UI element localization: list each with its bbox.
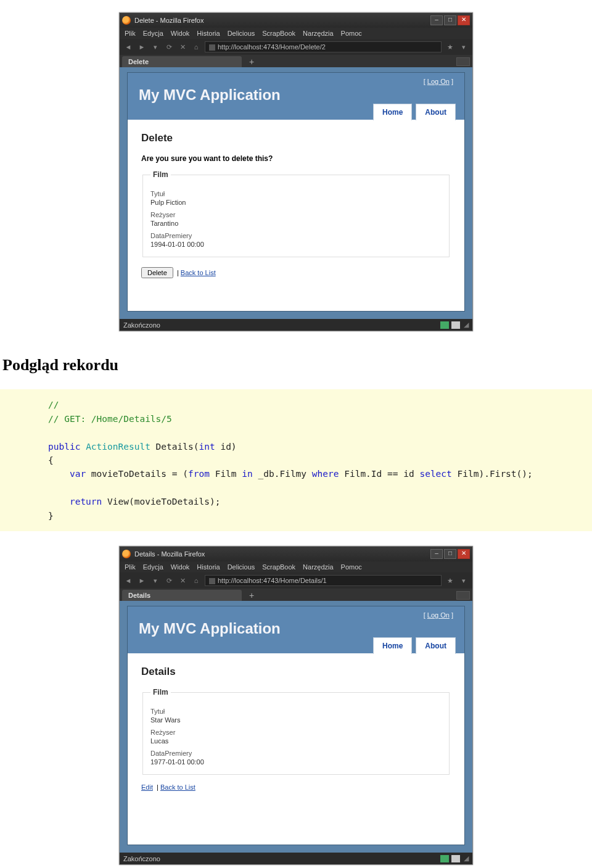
new-tab-button[interactable]: +	[245, 590, 258, 600]
menu-item[interactable]: ScrapBook	[262, 563, 295, 571]
logon-link[interactable]: Log On	[427, 611, 450, 619]
record-links: Edit | Back to List	[141, 783, 451, 791]
browser-tab[interactable]: Details	[122, 590, 242, 601]
nav-home[interactable]: Home	[373, 104, 412, 120]
page-icon	[209, 44, 215, 51]
menu-item[interactable]: Plik	[125, 30, 136, 37]
menu-item[interactable]: Edycja	[143, 30, 163, 37]
menubar: Plik Edycja Widok Historia Delicious Scr…	[120, 561, 472, 572]
toolbar-menu-icon[interactable]: ▾	[459, 576, 469, 585]
status-icon	[440, 321, 449, 329]
minimize-button[interactable]: –	[430, 15, 443, 25]
mvc-page: [ Log On ] My MVC Application Home About…	[127, 72, 465, 312]
new-tab-button[interactable]: +	[245, 57, 258, 67]
logon-area: [ Log On ]	[424, 611, 453, 619]
page-icon	[209, 578, 215, 584]
bookmark-icon[interactable]: ★	[445, 42, 455, 52]
nav-home[interactable]: Home	[373, 637, 412, 654]
field-label: Reżyser	[150, 729, 442, 736]
maximize-button[interactable]: □	[444, 549, 456, 559]
menu-item[interactable]: Historia	[197, 563, 220, 571]
mvc-body: Delete Are you sure you want to delete t…	[128, 120, 464, 311]
stop-icon[interactable]: ✕	[178, 576, 187, 585]
window-titlebar: Details - Mozilla Firefox – □ ✕	[120, 547, 472, 561]
menu-item[interactable]: Widok	[171, 30, 190, 37]
mvc-page: [ Log On ] My MVC Application Home About…	[127, 606, 465, 845]
window-title: Details - Mozilla Firefox	[134, 550, 430, 558]
window-titlebar: Delete - Mozilla Firefox – □ ✕	[120, 13, 472, 28]
bookmark-icon[interactable]: ★	[445, 576, 455, 585]
field-label: Tytuł	[150, 190, 442, 197]
address-bar[interactable]: http://localhost:4743/Home/Details/1	[205, 575, 442, 586]
menu-item[interactable]: Pomoc	[341, 563, 362, 571]
firefox-icon	[122, 550, 131, 558]
reload-icon[interactable]: ⟳	[164, 576, 174, 585]
mail-icon	[451, 321, 460, 329]
menu-item[interactable]: Delicious	[228, 563, 255, 571]
film-fieldset: Film Tytuł Pulp Fiction Reżyser Tarantin…	[142, 170, 450, 257]
tab-strip: Details +	[120, 589, 472, 601]
field-value: Star Wars	[150, 716, 442, 724]
film-fieldset: Film Tytuł Star Wars Reżyser Lucas DataP…	[142, 688, 450, 775]
firefox-icon	[122, 16, 131, 25]
tab-overflow-icon[interactable]	[456, 591, 470, 600]
menu-item[interactable]: ScrapBook	[262, 30, 295, 37]
stop-icon[interactable]: ✕	[178, 42, 187, 52]
browser-window-delete: Delete - Mozilla Firefox – □ ✕ Plik Edyc…	[119, 12, 473, 331]
address-bar[interactable]: http://localhost:4743/Home/Delete/2	[205, 41, 442, 52]
forward-icon[interactable]: ►	[137, 576, 147, 585]
edit-link[interactable]: Edit	[141, 783, 153, 791]
nav-about[interactable]: About	[416, 104, 456, 120]
field-label: DataPremiery	[150, 750, 442, 757]
toolbar-menu-icon[interactable]: ▾	[459, 42, 469, 52]
menu-item[interactable]: Pomoc	[341, 30, 362, 37]
dropdown-icon[interactable]: ▾	[150, 576, 160, 585]
nav-about[interactable]: About	[416, 637, 456, 654]
maximize-button[interactable]: □	[444, 15, 456, 25]
menu-item[interactable]: Widok	[171, 563, 190, 571]
back-icon[interactable]: ◄	[123, 576, 133, 585]
nav-toolbar: ◄ ► ▾ ⟳ ✕ ⌂ http://localhost:4743/Home/D…	[120, 39, 472, 55]
page-heading: Details	[141, 666, 451, 678]
status-bar: Zakończono ◢	[120, 853, 472, 864]
mvc-header: [ Log On ] My MVC Application Home About	[128, 73, 464, 120]
reload-icon[interactable]: ⟳	[164, 42, 174, 52]
page-heading: Delete	[141, 132, 451, 144]
home-icon[interactable]: ⌂	[191, 42, 201, 52]
back-to-list-link[interactable]: Back to List	[160, 783, 195, 791]
resize-grip-icon[interactable]: ◢	[464, 854, 469, 862]
close-button[interactable]: ✕	[458, 549, 470, 559]
status-bar: Zakończono ◢	[120, 319, 472, 331]
minimize-button[interactable]: –	[430, 549, 443, 559]
menu-item[interactable]: Historia	[197, 30, 220, 37]
close-button[interactable]: ✕	[458, 15, 470, 25]
field-value: Tarantino	[150, 220, 442, 227]
field-value: Lucas	[150, 737, 442, 745]
status-icon	[440, 855, 449, 862]
menu-item[interactable]: Delicious	[228, 30, 255, 37]
home-icon[interactable]: ⌂	[191, 576, 201, 585]
status-text: Zakończono	[123, 321, 160, 329]
confirm-text: Are you sure you want to delete this?	[141, 154, 451, 163]
status-text: Zakończono	[123, 855, 160, 862]
back-icon[interactable]: ◄	[123, 42, 133, 52]
delete-button[interactable]: Delete	[141, 267, 173, 278]
field-value: 1994-01-01 00:00	[150, 241, 442, 248]
menu-item[interactable]: Plik	[125, 563, 136, 571]
menu-item[interactable]: Edycja	[143, 563, 163, 571]
logon-link[interactable]: Log On	[427, 78, 450, 85]
field-value: Pulp Fiction	[150, 199, 442, 206]
fieldset-legend: Film	[150, 170, 171, 179]
window-title: Delete - Mozilla Firefox	[134, 17, 430, 24]
mvc-body: Details Film Tytuł Star Wars Reżyser Luc…	[128, 653, 464, 845]
forward-icon[interactable]: ►	[137, 42, 147, 52]
dropdown-icon[interactable]: ▾	[150, 42, 160, 52]
app-title: My MVC Application	[139, 620, 453, 637]
back-to-list-link[interactable]: Back to List	[181, 269, 216, 276]
tab-overflow-icon[interactable]	[456, 57, 470, 66]
menu-item[interactable]: Narzędzia	[303, 563, 334, 571]
tab-strip: Delete +	[120, 55, 472, 67]
menu-item[interactable]: Narzędzia	[303, 30, 334, 37]
resize-grip-icon[interactable]: ◢	[464, 321, 469, 329]
browser-tab[interactable]: Delete	[122, 56, 242, 67]
